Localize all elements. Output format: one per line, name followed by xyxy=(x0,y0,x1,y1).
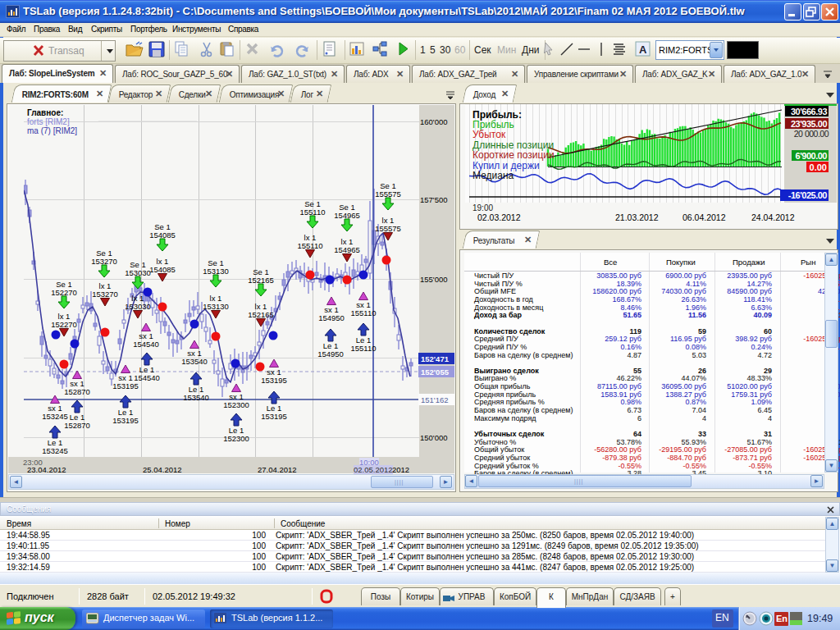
svg-text:153030: 153030 xyxy=(125,302,151,311)
svg-text:Медиана: Медиана xyxy=(472,170,514,181)
svg-text:153130: 153130 xyxy=(203,267,229,276)
svg-text:152870: 152870 xyxy=(64,387,90,396)
svg-text:154085: 154085 xyxy=(149,231,176,240)
svg-text:153195: 153195 xyxy=(261,412,287,421)
svg-text:155575: 155575 xyxy=(375,189,401,199)
svg-text:A: A xyxy=(639,43,647,56)
svg-text:153030: 153030 xyxy=(125,268,151,277)
svg-text:152270: 152270 xyxy=(51,320,77,329)
svg-text:forts [RIM2]: forts [RIM2] xyxy=(27,117,70,126)
svg-text:153245: 153245 xyxy=(42,446,68,455)
svg-text:153195: 153195 xyxy=(261,376,287,385)
svg-text:154085: 154085 xyxy=(149,265,176,274)
svg-text:155110: 155110 xyxy=(351,344,377,353)
svg-text:154540: 154540 xyxy=(133,340,159,349)
svg-text:152300: 152300 xyxy=(223,434,249,443)
svg-text:152300: 152300 xyxy=(223,400,249,409)
svg-text:152270: 152270 xyxy=(51,288,77,297)
svg-text:153195: 153195 xyxy=(112,416,139,425)
svg-text:153195: 153195 xyxy=(112,381,139,390)
svg-text:155110: 155110 xyxy=(351,308,377,317)
svg-text:155110: 155110 xyxy=(300,208,326,217)
svg-text:30: 30 xyxy=(440,44,451,56)
svg-text:153540: 153540 xyxy=(183,393,209,402)
svg-text:Сек: Сек xyxy=(474,44,491,56)
svg-text:154950: 154950 xyxy=(318,313,345,322)
svg-text:154540: 154540 xyxy=(134,373,160,382)
svg-text:153540: 153540 xyxy=(181,357,208,366)
svg-text:Главное:: Главное: xyxy=(27,108,63,117)
svg-text:60: 60 xyxy=(454,44,466,56)
svg-text:152165: 152165 xyxy=(248,276,274,285)
svg-text:153270: 153270 xyxy=(92,290,118,299)
svg-text:ma (7) [RIM2]: ma (7) [RIM2] xyxy=(27,126,77,135)
svg-text:Мин: Мин xyxy=(497,44,516,56)
svg-text:155575: 155575 xyxy=(375,224,401,233)
svg-text:154965: 154965 xyxy=(334,245,360,254)
svg-text:152870: 152870 xyxy=(64,421,90,430)
svg-text:1: 1 xyxy=(420,44,426,56)
svg-text:154950: 154950 xyxy=(317,349,344,358)
svg-text:5: 5 xyxy=(430,44,436,56)
svg-text:152165: 152165 xyxy=(248,310,274,319)
svg-text:153245: 153245 xyxy=(42,412,68,421)
svg-text:153130: 153130 xyxy=(203,302,229,311)
svg-text:153270: 153270 xyxy=(91,257,117,266)
svg-text:155110: 155110 xyxy=(298,241,323,250)
svg-text:Дни: Дни xyxy=(522,44,539,56)
svg-text:154965: 154965 xyxy=(334,211,360,220)
